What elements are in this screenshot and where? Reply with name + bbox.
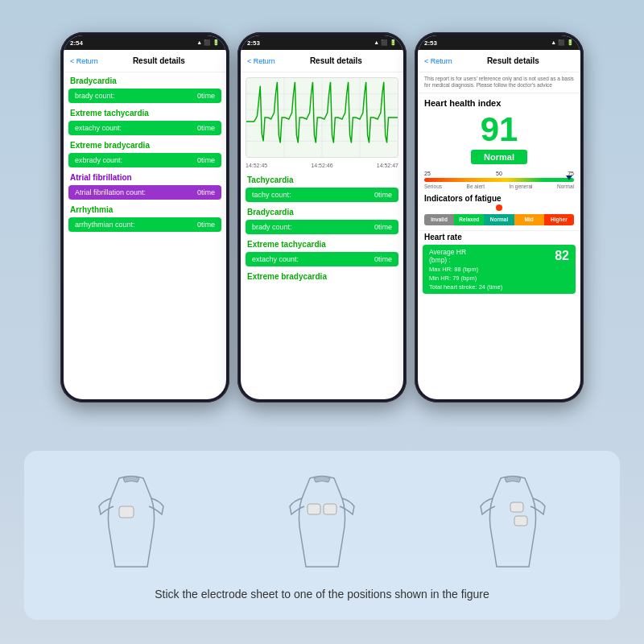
exbrady-value-1: 0time [197, 156, 215, 164]
ecg-chart [246, 77, 398, 158]
electrode-figures [36, 470, 608, 575]
body-svg-3 [456, 470, 569, 575]
body-svg-2 [266, 470, 378, 575]
normal-badge: Normal [471, 150, 527, 164]
status-bar-2: 2:53 ▲ ⬛ 🔋 [241, 35, 403, 50]
hr-label: Average HR(bmp) : [429, 248, 466, 264]
hr-title: Heart rate [418, 230, 580, 243]
hr-main: Average HR(bmp) : 82 [429, 248, 569, 264]
back-btn-3[interactable]: < Return [424, 57, 452, 65]
hr-max: Max HR: 88 (bpm) [429, 266, 569, 273]
body-figure-1 [75, 470, 188, 575]
scale-num-2: 50 [496, 171, 502, 176]
status-bar-3: 2:53 ▲ ⬛ 🔋 [418, 35, 580, 50]
fatigue-dot [496, 204, 502, 211]
bottom-section: Stick the electrode sheet to one of the … [0, 427, 644, 644]
scale-labels: Serious Be alert In general Normal [424, 184, 574, 189]
phone-1: 2:54 ▲ ⬛ 🔋 < Return Result details Brady… [60, 32, 229, 402]
section-arrhythmia: Arrhythmia [64, 201, 226, 216]
status-bar-1: 2:54 ▲ ⬛ 🔋 [64, 35, 226, 50]
health-section-title: Heart health index [418, 93, 580, 109]
tachy-label-2: tachy count: [252, 191, 291, 199]
svg-rect-8 [308, 504, 320, 514]
section-extachy-2: Extreme tachycardia [241, 236, 403, 250]
phone-2: 2:53 ▲ ⬛ 🔋 < Return Result details [237, 32, 407, 402]
svg-rect-9 [324, 504, 336, 514]
svg-rect-10 [510, 502, 523, 512]
status-icons-3: ▲ ⬛ 🔋 [551, 39, 574, 46]
brady-row-1: brady count: 0time [68, 89, 221, 103]
scale-lbl-4: Normal [557, 184, 574, 189]
fatigue-normal: Normal [484, 214, 514, 225]
status-icons-1: ▲ ⬛ 🔋 [196, 39, 220, 46]
scale-num-1: 25 [424, 171, 431, 176]
svg-rect-7 [119, 506, 134, 518]
time-2: 2:53 [247, 39, 260, 47]
brady-value-1: 0time [197, 92, 215, 100]
tachy-value-2: 0time [374, 191, 392, 199]
header-title-3: Result details [452, 56, 574, 65]
ecg-timestamps: 14:52:45 14:52:46 14:52:47 [241, 163, 403, 168]
scale-lbl-3: In general [510, 184, 533, 189]
scale-bar: 25 50 75 Serious Be alert In general Nor… [424, 171, 574, 189]
section-extachy: Extreme tachycardia [64, 105, 226, 119]
header-title-2: Result details [275, 56, 397, 65]
arrhythmia-row: arrhythmian count: 0time [68, 217, 221, 232]
section-afib: Atrial fibrillation [64, 169, 226, 184]
phone2-content: 14:52:45 14:52:46 14:52:47 Tachycardia t… [241, 72, 403, 399]
brady-label-1: brady count: [75, 92, 115, 100]
phone1-content: Bradycardia brady count: 0time Extreme t… [64, 72, 226, 399]
section-exbrady: Extreme bradycardia [64, 137, 226, 151]
hr-value: 82 [555, 249, 569, 263]
arrhythmia-label: arrhythmian count: [75, 221, 135, 229]
phone3-content: This report is for users' reference only… [418, 72, 580, 399]
scale-indicator [566, 175, 572, 180]
afib-label: Atrial fibrillation count: [75, 188, 146, 196]
health-score: 91 [418, 109, 580, 148]
exbrady-row-1: exbrady count: 0time [68, 153, 221, 167]
extachy-value-2: 0time [374, 255, 392, 263]
extachy-row-2: extachy count: 0time [246, 252, 398, 266]
scale-numbers: 25 50 75 [424, 171, 574, 176]
electrode-caption: Stick the electrode sheet to one of the … [155, 588, 489, 601]
header-title-1: Result details [98, 56, 220, 65]
phones-section: 2:54 ▲ ⬛ 🔋 < Return Result details Brady… [0, 0, 644, 427]
scale-lbl-1: Serious [424, 184, 442, 189]
fatigue-title: Indicators of fatigue [418, 191, 580, 204]
extachy-label-1: extachy count: [75, 124, 122, 132]
fatigue-bar: Invalid Relaxed Normal Mid Higher [424, 214, 574, 225]
phone-3: 2:53 ▲ ⬛ 🔋 < Return Result details This … [415, 32, 584, 402]
afib-value: 0time [197, 188, 215, 196]
brady-row-2: brady count: 0time [246, 220, 398, 234]
exbrady-label-1: exbrady count: [75, 156, 122, 164]
ts-1: 14:52:45 [246, 163, 267, 168]
fatigue-invalid: Invalid [424, 214, 454, 225]
ts-2: 14:52:46 [311, 163, 332, 168]
arrhythmia-value: 0time [197, 221, 215, 229]
time-1: 2:54 [70, 39, 83, 47]
afib-row: Atrial fibrillation count: 0time [68, 185, 221, 200]
tachy-row-2: tachy count: 0time [246, 188, 398, 202]
svg-rect-11 [514, 516, 527, 526]
section-brady-2: Bradycardia [241, 204, 403, 218]
extachy-row-1: extachy count: 0time [68, 121, 221, 135]
ts-3: 14:52:47 [377, 163, 398, 168]
back-btn-1[interactable]: < Return [70, 57, 98, 65]
hr-total: Total heart stroke: 24 (time) [429, 283, 569, 291]
health-disclaimer: This report is for users' reference only… [418, 72, 580, 93]
fatigue-higher: Higher [544, 214, 574, 225]
back-btn-2[interactable]: < Return [247, 57, 275, 65]
fatigue-mid: Mid [514, 214, 544, 225]
ecg-svg [246, 78, 398, 157]
electrode-card: Stick the electrode sheet to one of the … [24, 451, 620, 620]
app-header-3: < Return Result details [418, 50, 580, 72]
app-header-2: < Return Result details [241, 50, 403, 72]
app-header-1: < Return Result details [64, 50, 226, 72]
body-svg-1 [75, 470, 188, 575]
status-icons-2: ▲ ⬛ 🔋 [374, 39, 397, 46]
brady-label-2: brady count: [252, 223, 292, 231]
brady-value-2: 0time [374, 223, 392, 231]
hr-block: Average HR(bmp) : 82 Max HR: 88 (bpm) Mi… [423, 245, 576, 294]
body-figure-2 [266, 470, 378, 575]
time-3: 2:53 [424, 39, 437, 47]
